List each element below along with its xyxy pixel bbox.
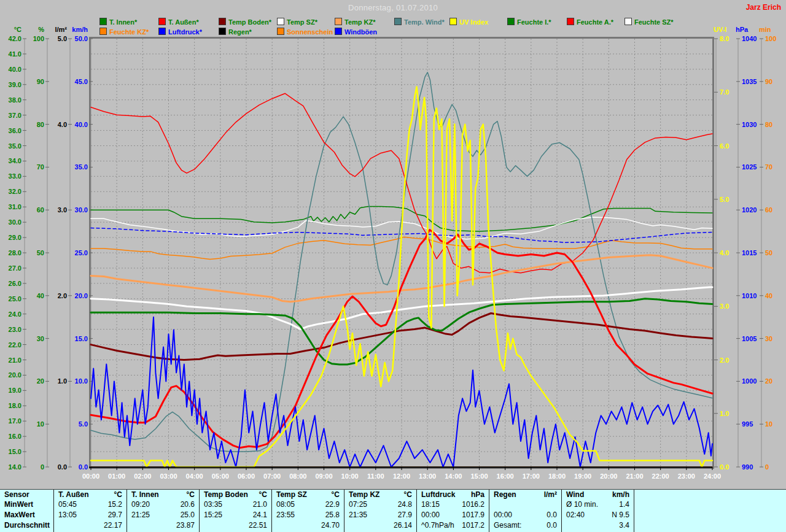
axis-pct-tick-label: 20 [37, 377, 44, 385]
axis-c-tick-label: 19.0 [9, 387, 21, 394]
stats-cell-value: 0.0 [547, 510, 557, 520]
axis-c-tick-label: 20.0 [9, 371, 21, 379]
stats-cell-value: 24.70 [321, 520, 340, 531]
axis-min-tick-label: 30 [765, 335, 772, 342]
axis-c-tick-label: 27.0 [9, 264, 21, 272]
stats-cell-time: 15:25 [204, 510, 222, 520]
stats-col-regen: Regenl/m²00:000.0Gesamt:0.0 [489, 490, 562, 532]
stats-col-t-außen: T. Außen°C05:4515.213:0529.722.17 [54, 490, 127, 532]
axis-c-tick-label: 30.0 [9, 218, 21, 226]
axis-c-tick-label: 23.0 [9, 326, 21, 333]
axis-lm2-tick-label: 2.0 [58, 292, 67, 299]
stats-cell-value: 22.17 [104, 520, 122, 531]
x-axis-label: 00:00 [82, 472, 99, 480]
stats-cell-value: 1017.2 [462, 520, 484, 531]
axis-hpa-tick-label: 995 [742, 420, 753, 428]
axis-pct-tick-label: 70 [37, 163, 44, 171]
axis-min-tick-label: 40 [765, 292, 772, 299]
axis-uv-tick-label: 2.0 [720, 357, 729, 364]
axis-hpa-tick-label: 1000 [742, 377, 757, 385]
axis-kmh-tick-label: 10.0 [75, 377, 88, 385]
stats-row-label: Durchschnitt [4, 520, 50, 531]
axis-hpa-tick-label: 990 [742, 463, 753, 471]
stats-cell-time: 05:45 [58, 499, 77, 510]
axis-c-tick-label: 15.0 [9, 448, 21, 455]
stats-col-temp-kz: Temp KZ°C07:2524.821:3527.926.14 [344, 490, 417, 532]
stats-col-temp-boden: Temp Boden°C03:3521.015:2524.122.51 [200, 490, 272, 532]
axis-min-tick-label: 60 [765, 206, 772, 214]
axis-pct-tick-label: 90 [37, 78, 44, 85]
axis-lm2-unit-label: l/m² [55, 26, 67, 33]
x-axis-label: 04:00 [186, 472, 203, 480]
x-axis-label: 21:00 [626, 472, 643, 480]
axis-lm2-tick-label: 4.0 [58, 121, 67, 128]
axis-c-tick-label: 29.0 [9, 234, 21, 241]
axis-kmh-tick-label: 20.0 [75, 292, 88, 299]
stats-cell-value: 27.9 [398, 510, 412, 520]
axis-c-tick-label: 35.0 [9, 142, 21, 150]
axis-min-tick-label: 20 [765, 377, 772, 385]
stats-cell-time: 00:00 [421, 510, 440, 520]
x-axis-label: 14:00 [445, 472, 462, 480]
axis-hpa-tick-label: 1030 [742, 121, 757, 128]
stats-col-name: Temp KZ [349, 490, 379, 499]
axis-hpa-tick-label: 1005 [742, 335, 757, 342]
x-axis-label: 22:00 [652, 472, 669, 480]
stats-cell-value: 24.1 [253, 510, 267, 520]
axis-c-tick-label: 39.0 [9, 81, 21, 88]
axis-c-tick-label: 22.0 [9, 341, 21, 349]
axis-uv-tick-label: 5.0 [720, 196, 729, 203]
axis-pct-tick-label: 30 [37, 335, 44, 342]
x-axis-label: 24:00 [704, 472, 721, 480]
stats-cell-time: 00:00 [494, 510, 512, 520]
stats-cell-value: 26.14 [394, 520, 412, 531]
axis-hpa-tick-label: 1020 [742, 206, 757, 214]
axis-min-tick-label: 70 [765, 163, 772, 171]
stats-col-unit: °C [332, 490, 340, 499]
stats-cell-value: 3.4 [619, 520, 629, 531]
axis-min-tick-label: 100 [765, 35, 776, 42]
axis-uv-tick-label: 4.0 [720, 249, 729, 256]
axis-hpa-unit-label: hPa [736, 26, 749, 33]
x-axis-label: 16:00 [497, 472, 514, 480]
axis-lm2-tick-label: 0.0 [58, 463, 67, 471]
stats-col-t-innen: T. Innen°C09:2020.621:2525.023.87 [127, 490, 200, 532]
x-axis-label: 01:00 [108, 472, 125, 480]
axis-uv-unit-label: UV-I [714, 26, 726, 33]
stats-cell-value: 1016.2 [462, 499, 484, 510]
axis-c-tick-label: 28.0 [9, 249, 21, 256]
stats-cell-time: 23:55 [276, 510, 295, 520]
stats-cell-value: 23.87 [176, 520, 195, 531]
stats-cell-value: 0.0 [547, 520, 557, 531]
x-axis-label: 20:00 [600, 472, 617, 480]
x-axis-label: 02:00 [134, 472, 151, 480]
axis-kmh-unit-label: km/h [72, 26, 88, 33]
stats-col-unit: °C [259, 490, 267, 499]
axis-pct-tick-label: 40 [37, 292, 44, 299]
stats-col-name: T. Außen [58, 490, 89, 499]
stats-cell-time: ^0.7hPa/h [421, 520, 454, 531]
axis-min-tick-label: 50 [765, 249, 772, 256]
x-axis-label: 23:00 [678, 472, 695, 480]
stats-col-name: Temp Boden [204, 490, 248, 499]
axis-kmh-tick-label: 0.0 [79, 463, 88, 471]
axis-pct-tick-label: 100 [33, 35, 44, 42]
stats-cell-time: 18:15 [421, 499, 440, 510]
axis-c-tick-label: 18.0 [9, 402, 21, 409]
axis-c-tick-label: 31.0 [9, 203, 21, 210]
stats-col-unit: hPa [471, 490, 484, 499]
series-t-aussen-line [91, 230, 712, 448]
axis-kmh-tick-label: 30.0 [75, 206, 88, 214]
axis-uv-tick-label: 0.0 [720, 463, 729, 471]
x-axis-label: 05:00 [212, 472, 229, 480]
stats-cell-value: 25.8 [325, 510, 340, 520]
axis-hpa-tick-label: 1035 [742, 78, 757, 85]
stats-cell-value: 29.7 [108, 510, 122, 520]
axis-kmh-tick-label: 50.0 [75, 35, 88, 42]
axis-c-tick-label: 42.0 [9, 35, 21, 42]
stats-cell-time: 21:25 [131, 510, 150, 520]
axis-lm2-tick-label: 1.0 [58, 377, 67, 385]
axis-min-tick-label: 10 [765, 420, 772, 428]
axis-min-tick-label: 90 [765, 78, 772, 85]
axis-c-tick-label: 33.0 [9, 172, 21, 180]
